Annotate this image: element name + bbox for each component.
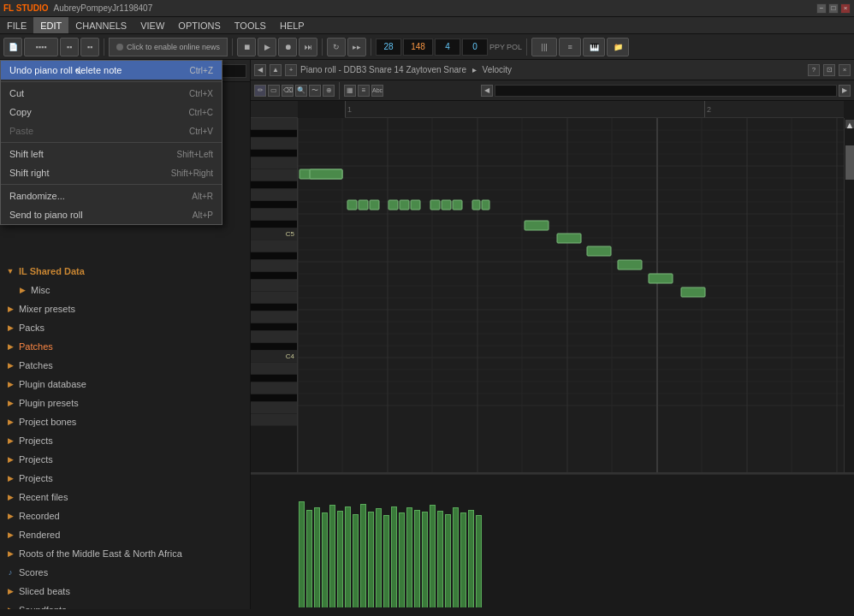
velocity-bar[interactable] (345, 506, 351, 607)
tree-item-projects-2[interactable]: ▶ Projects (0, 450, 250, 469)
velocity-bar[interactable] (453, 507, 459, 607)
piano-key[interactable] (251, 189, 297, 201)
tree-item-roots[interactable]: ▶ Roots of the Middle East & North Afric… (0, 544, 250, 563)
tree-item-project-bones[interactable]: ▶ Project bones (0, 412, 250, 431)
piano-key-c4[interactable]: C4 (251, 351, 297, 363)
tb-browser[interactable]: 📁 (607, 38, 629, 56)
pr-erase[interactable]: ⌫ (282, 85, 294, 97)
velocity-bar[interactable] (399, 512, 405, 607)
velocity-bar[interactable] (445, 514, 451, 607)
pr-select[interactable]: ▭ (268, 85, 280, 97)
velocity-bar[interactable] (406, 507, 412, 607)
piano-key[interactable] (251, 402, 297, 414)
pr-quantize[interactable]: ≡ (358, 85, 370, 97)
maximize-button[interactable]: □ (828, 3, 839, 14)
pr-close[interactable]: ◀ (254, 64, 266, 76)
vscroll-thumb[interactable] (845, 145, 854, 180)
tb-save[interactable]: ▪▪ (60, 38, 79, 56)
tb-stop[interactable]: ⏹ (237, 38, 256, 56)
piano-key[interactable] (251, 240, 297, 252)
menu-help[interactable]: HELP (273, 17, 311, 33)
menu-cut[interactable]: Cut Ctrl+X (1, 84, 222, 103)
piano-key[interactable] (251, 280, 297, 292)
menu-paste[interactable]: Paste Ctrl+V (1, 121, 222, 140)
piano-key[interactable] (251, 260, 297, 272)
tree-item-misc[interactable]: ▶ Misc (0, 281, 250, 299)
tree-item-plugin-presets[interactable]: ▶ Plugin presets (0, 394, 250, 412)
velocity-bar[interactable] (383, 515, 389, 607)
piano-key[interactable] (251, 181, 297, 189)
tree-item-projects-1[interactable]: ▶ Projects (0, 431, 250, 450)
tb-play[interactable]: ▶ (258, 38, 276, 56)
velocity-bar[interactable] (353, 514, 359, 607)
tree-item-patches-1[interactable]: ▶ Patches (0, 337, 250, 356)
tb-new[interactable]: 📄 (3, 38, 22, 56)
piano-key[interactable] (251, 157, 297, 169)
menu-send-piano[interactable]: Send to piano roll Alt+P (1, 205, 222, 224)
tree-item-scores[interactable]: ♪ Scores (0, 563, 250, 582)
piano-key[interactable] (251, 363, 297, 375)
pr-detach[interactable]: ⊡ (823, 64, 835, 76)
online-news-button[interactable]: Click to enable online news (109, 38, 228, 56)
menu-edit[interactable]: EDIT (33, 17, 68, 33)
piano-key[interactable] (251, 201, 297, 209)
pr-draw[interactable]: ✏ (254, 85, 266, 97)
menu-shift-left[interactable]: Shift left Shift+Left (1, 145, 222, 163)
piano-key[interactable] (251, 394, 297, 402)
piano-key[interactable] (251, 272, 297, 280)
velocity-bar[interactable] (337, 511, 343, 607)
pr-lasso[interactable]: ⊕ (323, 85, 335, 97)
menu-undo[interactable]: Undo piano roll delete note Ctrl+Z (1, 61, 222, 80)
piano-key[interactable] (251, 138, 297, 150)
piano-key[interactable] (251, 209, 297, 221)
piano-key-c[interactable]: C5 (251, 228, 297, 240)
tree-item-recorded[interactable]: ▶ Recorded (0, 506, 250, 525)
menu-tools[interactable]: TOOLS (228, 17, 273, 33)
piano-key[interactable] (251, 311, 297, 323)
velocity-bar[interactable] (314, 507, 320, 607)
menu-shift-right[interactable]: Shift right Shift+Right (1, 163, 222, 182)
tree-item-mixer-presets[interactable]: ▶ Mixer presets (0, 299, 250, 318)
pr-snap[interactable]: ▦ (344, 85, 356, 97)
piano-key[interactable] (251, 169, 297, 181)
tb-close[interactable]: ▪▪ (80, 38, 99, 56)
tree-item-recent-files[interactable]: ▶ Recent files (0, 488, 250, 506)
velocity-bar[interactable] (329, 505, 335, 607)
piano-key[interactable] (251, 252, 297, 260)
velocity-bar[interactable] (422, 512, 428, 607)
menu-channels[interactable]: CHANNELS (68, 17, 133, 33)
piano-key[interactable] (251, 118, 297, 130)
piano-key[interactable] (251, 343, 297, 351)
velocity-bar[interactable] (437, 511, 443, 607)
piano-key[interactable] (251, 375, 297, 382)
velocity-bar[interactable] (360, 504, 366, 607)
velocity-bar[interactable] (476, 515, 482, 607)
velocity-bar[interactable] (322, 512, 328, 607)
pr-add[interactable]: + (285, 64, 297, 76)
tree-item-soundfonts[interactable]: ▶ Soundfonts (0, 601, 250, 609)
piano-key[interactable] (251, 414, 297, 426)
pr-help[interactable]: ? (808, 64, 820, 76)
bpm-display[interactable]: 28 (376, 38, 401, 56)
beats-display[interactable]: 4 (435, 38, 460, 56)
tree-item-shared-data[interactable]: ▼ IL Shared Data (0, 262, 250, 281)
bpm-value[interactable]: 148 (403, 38, 433, 56)
menu-view[interactable]: VIEW (133, 17, 171, 33)
pr-abc[interactable]: Abc (371, 85, 383, 97)
tb-piano[interactable]: 🎹 (583, 38, 605, 56)
pr-expand[interactable]: × (839, 64, 851, 76)
vscroll-up[interactable]: ▲ (845, 120, 854, 128)
piano-key[interactable] (251, 304, 297, 311)
pr-nav-right[interactable]: ▶ (839, 85, 851, 97)
pr-strum[interactable]: 〜 (309, 85, 321, 97)
menu-randomize[interactable]: Randomize... Alt+R (1, 187, 222, 205)
velocity-bar[interactable] (306, 510, 312, 607)
piano-key[interactable] (251, 382, 297, 394)
tb-step2[interactable]: ≡ (559, 38, 581, 56)
menu-copy[interactable]: Copy Ctrl+C (1, 103, 222, 121)
velocity-bar[interactable] (460, 512, 466, 607)
piano-roll-vscrollbar[interactable]: ▲ (844, 118, 854, 472)
piano-key[interactable] (251, 221, 297, 228)
tree-item-projects-3[interactable]: ▶ Projects (0, 469, 250, 488)
velocity-bar[interactable] (414, 510, 420, 607)
